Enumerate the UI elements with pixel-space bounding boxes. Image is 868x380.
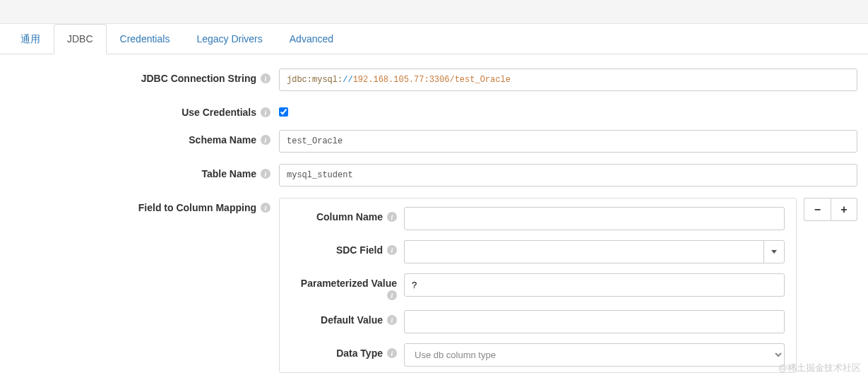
mapping-container: Column Name i SDC Field i [279,198,857,373]
column-name-input[interactable] [404,207,785,230]
top-bar [0,0,868,24]
checkbox-wrap [279,102,857,119]
label-text: Default Value [321,314,383,326]
input-wrap [279,130,857,153]
label-text: Field to Column Mapping [138,202,256,213]
mapping-row-data-type: Data Type i Use db column type [291,343,785,367]
tab-legacy-drivers[interactable]: Legacy Drivers [183,24,275,54]
sdc-field-dropdown[interactable] [404,240,785,263]
tab-general[interactable]: 通用 [7,24,54,54]
connection-string-input[interactable]: jdbc:mysql://192.168.105.77:3306/test_Or… [279,69,857,91]
mapping-action-buttons: − + [804,198,857,221]
info-icon[interactable]: i [387,245,397,255]
info-icon[interactable]: i [261,203,270,213]
table-name-input[interactable] [279,164,857,186]
mapping-label-sdc-field: SDC Field i [291,240,404,256]
input-wrap: jdbc:mysql://192.168.105.77:3306/test_Or… [279,69,857,91]
label-text: SDC Field [336,244,383,256]
label-connection-string: JDBC Connection String i [11,69,279,84]
input-wrap: Use db column type [404,343,785,367]
label-text: Use Credentials [182,107,256,118]
add-mapping-button[interactable]: + [831,198,857,221]
info-icon[interactable]: i [261,107,270,117]
label-text: Column Name [316,211,383,222]
mapping-label-column-name: Column Name i [291,207,404,222]
label-text: Data Type [336,348,383,359]
label-text: Schema Name [189,134,256,146]
info-icon[interactable]: i [387,348,397,358]
mapping-label-param-value: Parameterized Value i [291,273,404,300]
input-wrap [279,164,857,186]
mapping-label-default-value: Default Value i [291,310,404,326]
tab-credentials[interactable]: Credentials [107,24,184,54]
label-use-credentials: Use Credentials i [11,102,279,118]
label-text: JDBC Connection String [141,73,256,84]
info-icon[interactable]: i [261,169,270,179]
label-text: Table Name [201,168,256,179]
param-value-input[interactable] [404,273,785,297]
conn-host: 192.168.105.77:3306 [353,75,450,85]
tabs-container: 通用 JDBC Credentials Legacy Drivers Advan… [0,24,868,54]
input-wrap [404,240,785,263]
remove-mapping-button[interactable]: − [804,198,831,221]
conn-prefix: jdbc:mysql: [287,75,343,85]
input-wrap [404,310,785,333]
label-field-mapping: Field to Column Mapping i [11,198,279,213]
dropdown-toggle-button[interactable] [763,240,785,263]
info-icon[interactable]: i [261,135,270,145]
mapping-row-column-name: Column Name i [291,207,785,230]
info-icon[interactable]: i [387,290,397,300]
tab-advanced[interactable]: Advanced [276,24,347,54]
mapping-row-param-value: Parameterized Value i [291,273,785,300]
form-area: JDBC Connection String i jdbc:mysql://19… [0,54,868,373]
mapping-box: Column Name i SDC Field i [279,198,797,373]
row-field-mapping: Field to Column Mapping i Column Name i … [11,198,857,373]
mapping-row-sdc-field: SDC Field i [291,240,785,263]
caret-down-icon [771,250,777,254]
row-connection-string: JDBC Connection String i jdbc:mysql://19… [11,69,857,91]
label-text: Parameterized Value [301,278,397,289]
label-schema-name: Schema Name i [11,130,279,146]
conn-path: /test_Oracle [449,75,510,85]
label-table-name: Table Name i [11,164,279,179]
schema-name-input[interactable] [279,130,857,153]
mapping-label-data-type: Data Type i [291,343,404,359]
conn-slash: // [343,75,352,85]
mapping-row-default-value: Default Value i [291,310,785,333]
default-value-input[interactable] [404,310,785,333]
sdc-field-value[interactable] [404,240,763,263]
input-wrap [404,273,785,297]
row-schema-name: Schema Name i [11,130,857,153]
data-type-select[interactable]: Use db column type [404,343,785,367]
info-icon[interactable]: i [261,73,270,83]
info-icon[interactable]: i [387,212,397,222]
use-credentials-checkbox[interactable] [279,107,288,117]
tab-jdbc[interactable]: JDBC [54,24,107,54]
row-table-name: Table Name i [11,164,857,186]
row-use-credentials: Use Credentials i [11,102,857,119]
info-icon[interactable]: i [387,315,397,325]
watermark: @稀土掘金技术社区 [778,362,861,374]
input-wrap [404,207,785,230]
